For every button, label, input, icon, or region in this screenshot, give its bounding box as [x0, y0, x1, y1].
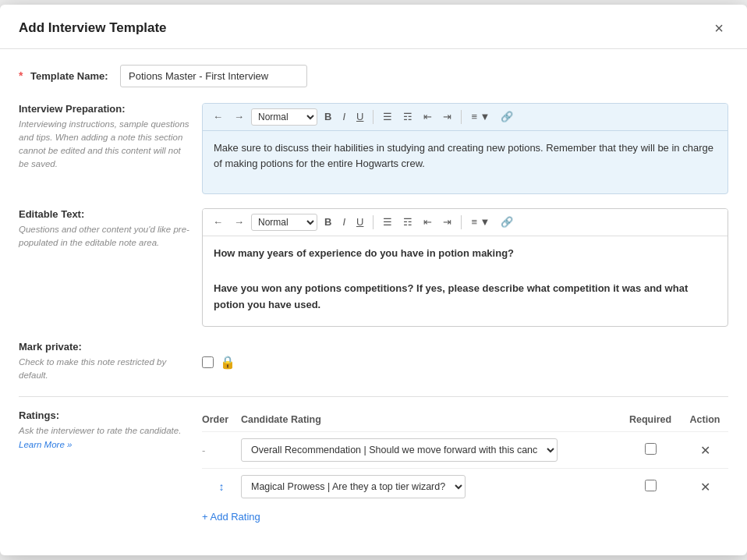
bullet-list-button-2[interactable]: ☰: [379, 214, 396, 229]
ratings-content: Order Candidate Rating Required Action -…: [202, 409, 728, 529]
editable-text-section: Editable Text: Questions and other conte…: [19, 208, 728, 327]
toolbar-separator-2: [461, 110, 462, 124]
mark-private-label-col: Mark private: Check to make this note re…: [19, 341, 202, 383]
modal-body: * Template Name: Interview Preparation: …: [0, 49, 747, 556]
section-divider: [19, 396, 728, 397]
format-select[interactable]: Normal Heading 1 Heading 2: [251, 108, 317, 126]
toolbar-separator-4: [461, 215, 462, 229]
modal-header: Add Interview Template ×: [0, 5, 747, 49]
learn-more-link[interactable]: Learn More »: [19, 440, 72, 449]
editable-text-label: Editable Text:: [19, 208, 189, 220]
italic-button-2[interactable]: I: [338, 214, 349, 229]
redo-button[interactable]: →: [230, 109, 248, 124]
italic-button[interactable]: I: [338, 109, 349, 124]
interview-preparation-section: Interview Preparation: Interviewing inst…: [19, 103, 728, 194]
question-1: How many years of experience do you have…: [214, 246, 717, 262]
delete-rating-2-button[interactable]: ✕: [696, 478, 715, 496]
bullet-list-button[interactable]: ☰: [379, 109, 396, 124]
template-name-row: * Template Name:: [19, 65, 728, 87]
editable-text-content[interactable]: How many years of experience do you have…: [203, 236, 728, 326]
undo-button[interactable]: ←: [209, 109, 227, 124]
toolbar-separator-1: [373, 110, 374, 124]
template-name-input[interactable]: [120, 65, 307, 87]
mark-private-row: Mark private: Check to make this note re…: [19, 341, 728, 383]
interview-prep-toolbar: ← → Normal Heading 1 Heading 2 B I U ☰ ☶: [203, 104, 728, 131]
col-order-header: Order: [202, 414, 241, 425]
editable-text-editor: ← → Normal Heading 1 Heading 2 B I U ☰ ☶: [202, 208, 728, 327]
link-button[interactable]: 🔗: [497, 109, 517, 124]
rating-required-col-1: [619, 443, 682, 457]
align-button[interactable]: ≡ ▼: [467, 109, 494, 124]
col-rating-header: Candidate Rating: [241, 414, 619, 425]
modal: Add Interview Template × * Template Name…: [0, 5, 747, 556]
toolbar-separator-3: [373, 215, 374, 229]
interview-prep-editor: ← → Normal Heading 1 Heading 2 B I U ☰ ☶: [202, 103, 728, 194]
rating-item-2: ↕ Magical Prowess | Are they a top tier …: [202, 468, 728, 505]
indent-decrease-button[interactable]: ⇤: [420, 109, 436, 124]
rating-select-2[interactable]: Magical Prowess | Are they a top tier wi…: [241, 475, 466, 498]
editable-text-desc: Questions and other content you'd like p…: [19, 223, 189, 250]
mark-private-checkbox[interactable]: [202, 356, 214, 368]
mark-private-label: Mark private:: [19, 341, 189, 353]
rating-select-col-2: Magical Prowess | Are they a top tier wi…: [241, 475, 619, 498]
required-star: *: [19, 69, 23, 82]
interview-prep-content[interactable]: Make sure to discuss their habilities in…: [203, 131, 728, 193]
format-select-2[interactable]: Normal Heading 1 Heading 2: [251, 214, 317, 231]
delete-rating-1-button[interactable]: ✕: [696, 441, 715, 459]
add-rating-button[interactable]: + Add Rating: [202, 505, 260, 529]
editable-text-label-col: Editable Text: Questions and other conte…: [19, 208, 202, 327]
ratings-label: Ratings:: [19, 409, 189, 421]
rating-required-col-2: [619, 480, 682, 494]
col-action-header: Action: [682, 414, 728, 425]
lock-icon: 🔒: [220, 355, 235, 370]
rating-order-2: ↕: [202, 480, 241, 493]
ratings-label-col: Ratings: Ask the interviewer to rate the…: [19, 409, 202, 529]
editable-text-toolbar: ← → Normal Heading 1 Heading 2 B I U ☰ ☶: [203, 209, 728, 236]
mark-private-desc: Check to make this note restricted by de…: [19, 356, 189, 383]
indent-increase-button[interactable]: ⇥: [439, 109, 455, 124]
redo-button-2[interactable]: →: [230, 214, 248, 229]
rating-action-col-1: ✕: [682, 441, 728, 459]
ratings-section: Ratings: Ask the interviewer to rate the…: [19, 409, 728, 529]
close-button[interactable]: ×: [710, 19, 728, 37]
ratings-desc: Ask the interviewer to rate the candidat…: [19, 424, 189, 452]
undo-button-2[interactable]: ←: [209, 214, 227, 229]
ratings-table-header: Order Candidate Rating Required Action: [202, 409, 728, 431]
ordered-list-button[interactable]: ☶: [399, 109, 416, 124]
indent-decrease-button-2[interactable]: ⇤: [420, 214, 436, 229]
col-required-header: Required: [619, 414, 682, 425]
rating-select-col-1: Overall Recommendation | Should we move …: [241, 438, 619, 462]
bold-button-2[interactable]: B: [320, 214, 335, 229]
bold-button[interactable]: B: [320, 109, 335, 124]
editable-text-editor-box[interactable]: ← → Normal Heading 1 Heading 2 B I U ☰ ☶: [202, 208, 728, 327]
mark-private-controls: 🔒: [202, 341, 235, 383]
ordered-list-button-2[interactable]: ☶: [399, 214, 416, 229]
required-checkbox-1[interactable]: [645, 443, 657, 455]
interview-prep-desc: Interviewing instructions, sample questi…: [19, 118, 189, 172]
order-arrows-2[interactable]: ↕: [202, 480, 241, 493]
rating-action-col-2: ✕: [682, 478, 728, 496]
interview-prep-label: Interview Preparation:: [19, 103, 189, 115]
template-name-label: * Template Name:: [19, 69, 120, 82]
indent-increase-button-2[interactable]: ⇥: [439, 214, 455, 229]
rating-order-1: -: [202, 445, 241, 456]
rating-item: - Overall Recommendation | Should we mov…: [202, 431, 728, 468]
required-checkbox-2[interactable]: [645, 480, 657, 491]
modal-title: Add Interview Template: [19, 20, 167, 36]
question-2: Have you won any potions competitions? I…: [214, 281, 717, 314]
interview-prep-editor-box[interactable]: ← → Normal Heading 1 Heading 2 B I U ☰ ☶: [202, 103, 728, 194]
underline-button[interactable]: U: [352, 109, 367, 124]
link-button-2[interactable]: 🔗: [497, 214, 517, 229]
interview-prep-label-col: Interview Preparation: Interviewing inst…: [19, 103, 202, 194]
underline-button-2[interactable]: U: [352, 214, 367, 229]
rating-select-1[interactable]: Overall Recommendation | Should we move …: [241, 438, 558, 462]
align-button-2[interactable]: ≡ ▼: [467, 214, 494, 229]
